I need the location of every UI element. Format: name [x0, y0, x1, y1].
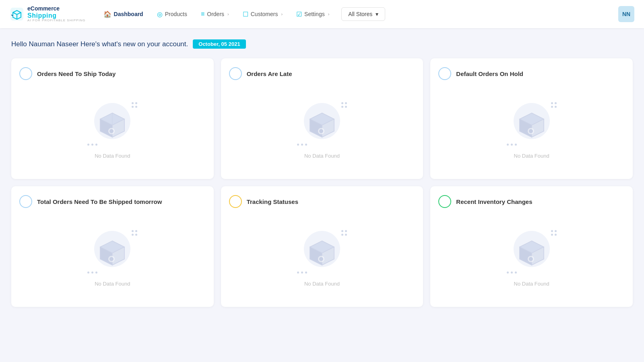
- dots-bottom-1: [87, 144, 97, 146]
- card-body-tracking: No Data Found: [229, 214, 415, 299]
- orders-chevron-icon: ›: [227, 12, 229, 16]
- status-icon-green: [438, 195, 451, 208]
- nav-dashboard[interactable]: 🏠 Dashboard: [98, 7, 149, 21]
- logo: eCommerce Shipping AI FOR PROFITABLE SHI…: [10, 6, 86, 23]
- svg-point-38: [529, 257, 533, 261]
- store-selector[interactable]: All Stores ▾: [341, 7, 385, 21]
- card-title-total-orders: Total Orders Need To Be Shipped tomorrow: [37, 198, 162, 205]
- no-data-illustration-5: [294, 227, 350, 279]
- settings-icon: ☑: [296, 10, 302, 18]
- card-header-total-orders: Total Orders Need To Be Shipped tomorrow: [19, 195, 206, 208]
- nav-settings[interactable]: ☑ Settings ›: [291, 7, 335, 21]
- card-body-total-orders: No Data Found: [19, 214, 206, 299]
- no-data-text-5: No Data Found: [304, 281, 340, 287]
- card-orders-ship-today: Orders Need To Ship Today: [11, 58, 214, 179]
- products-icon: ◎: [157, 10, 163, 18]
- card-total-orders-tomorrow: Total Orders Need To Be Shipped tomorrow: [11, 186, 214, 307]
- nav-dashboard-label: Dashboard: [114, 11, 143, 17]
- status-icon-blue-1: [19, 67, 32, 80]
- logo-shipping-label: Shipping: [27, 12, 86, 19]
- customers-chevron-icon: ›: [281, 12, 283, 16]
- status-icon-blue-2: [229, 67, 242, 80]
- dots-bottom-5: [297, 272, 307, 274]
- card-title-orders-late: Orders Are Late: [247, 70, 292, 77]
- no-data-text-2: No Data Found: [304, 153, 340, 159]
- user-avatar[interactable]: NN: [618, 6, 634, 22]
- customers-icon: ☐: [243, 10, 248, 18]
- greeting-bar: Hello Nauman Naseer Here's what's new on…: [11, 39, 633, 49]
- home-icon: 🏠: [103, 10, 111, 18]
- card-header-default-orders: Default Orders On Hold: [438, 67, 625, 80]
- card-title-tracking: Tracking Statuses: [247, 198, 298, 205]
- no-data-text-6: No Data Found: [514, 281, 549, 287]
- card-orders-late: Orders Are Late: [221, 58, 423, 179]
- card-body-orders-late: No Data Found: [229, 86, 415, 171]
- box-svg-1: [96, 109, 128, 141]
- dots-decoration-6: [551, 230, 557, 236]
- orders-icon: ≡: [201, 10, 204, 18]
- logo-icon: [10, 7, 24, 21]
- svg-point-14: [319, 129, 323, 133]
- store-label: All Stores: [348, 11, 372, 17]
- box-svg-4: [96, 237, 128, 269]
- no-data-illustration-3: [504, 99, 560, 151]
- status-icon-yellow: [229, 195, 242, 208]
- card-recent-inventory: Recent Inventory Changes: [430, 186, 633, 307]
- dots-decoration-2: [341, 102, 347, 108]
- greeting-text: Hello Nauman Naseer Here's what's new on…: [11, 40, 188, 48]
- box-svg-5: [306, 237, 338, 269]
- dots-decoration-5: [341, 230, 347, 236]
- no-data-illustration-1: [84, 99, 140, 151]
- no-data-text-3: No Data Found: [514, 153, 549, 159]
- no-data-illustration-4: [84, 227, 140, 279]
- logo-ecommerce-label: eCommerce: [27, 6, 86, 12]
- card-body-orders-ship-today: No Data Found: [19, 86, 206, 171]
- dots-bottom-6: [507, 272, 517, 274]
- card-body-inventory: No Data Found: [438, 214, 625, 299]
- card-default-orders-hold: Default Orders On Hold: [430, 58, 633, 179]
- logo-subtitle-label: AI FOR PROFITABLE SHIPPING: [27, 19, 86, 23]
- card-title-orders-ship-today: Orders Need To Ship Today: [37, 70, 116, 77]
- nav-customers-label: Customers: [251, 11, 278, 17]
- dashboard-cards-grid: Orders Need To Ship Today: [11, 58, 633, 307]
- dots-decoration-4: [132, 230, 137, 236]
- date-badge: October, 05 2021: [193, 39, 246, 49]
- svg-point-8: [109, 129, 114, 133]
- dots-decoration-3: [551, 102, 557, 108]
- card-header-orders-late: Orders Are Late: [229, 67, 415, 80]
- dots-bottom-4: [87, 272, 97, 274]
- logo-text: eCommerce Shipping AI FOR PROFITABLE SHI…: [27, 6, 86, 23]
- dots-bottom-3: [507, 144, 517, 146]
- status-icon-blue-4: [19, 195, 32, 208]
- nav-orders[interactable]: ≡ Orders ›: [195, 7, 235, 21]
- box-svg-2: [306, 109, 338, 141]
- user-initials: NN: [622, 11, 630, 17]
- nav-items: 🏠 Dashboard ◎ Products ≡ Orders › ☐ Cust…: [98, 7, 618, 21]
- card-title-default-orders: Default Orders On Hold: [456, 70, 523, 77]
- nav-products-label: Products: [165, 11, 187, 17]
- main-content: Hello Nauman Naseer Here's what's new on…: [0, 28, 644, 315]
- no-data-illustration-2: [294, 99, 350, 151]
- svg-point-26: [109, 257, 114, 261]
- svg-point-32: [319, 257, 323, 261]
- no-data-text-1: No Data Found: [95, 153, 130, 159]
- nav-products[interactable]: ◎ Products: [151, 7, 193, 21]
- dots-bottom-2: [297, 144, 307, 146]
- navbar: eCommerce Shipping AI FOR PROFITABLE SHI…: [0, 0, 644, 28]
- no-data-illustration-6: [504, 227, 560, 279]
- svg-point-20: [529, 129, 533, 133]
- nav-customers[interactable]: ☐ Customers ›: [237, 7, 288, 21]
- card-header-orders-ship-today: Orders Need To Ship Today: [19, 67, 206, 80]
- store-chevron-icon: ▾: [376, 11, 378, 17]
- nav-orders-label: Orders: [207, 11, 224, 17]
- card-header-inventory: Recent Inventory Changes: [438, 195, 625, 208]
- card-title-inventory: Recent Inventory Changes: [456, 198, 532, 205]
- card-header-tracking: Tracking Statuses: [229, 195, 415, 208]
- box-svg-3: [516, 109, 548, 141]
- nav-settings-label: Settings: [304, 11, 325, 17]
- no-data-text-4: No Data Found: [95, 281, 130, 287]
- card-body-default-orders: No Data Found: [438, 86, 625, 171]
- box-svg-6: [516, 237, 548, 269]
- settings-chevron-icon: ›: [328, 12, 330, 16]
- card-tracking-statuses: Tracking Statuses: [221, 186, 423, 307]
